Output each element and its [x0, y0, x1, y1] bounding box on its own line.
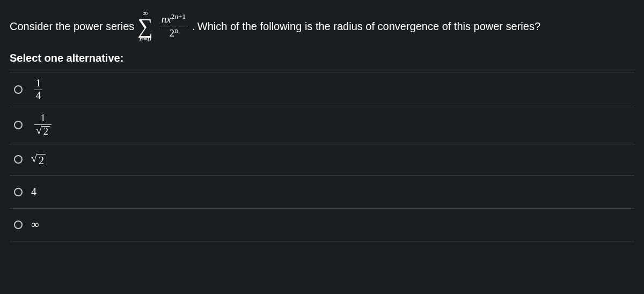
- option-4[interactable]: 4: [10, 176, 634, 209]
- option-label: 1 4: [31, 78, 46, 101]
- radical-icon: √: [31, 153, 37, 164]
- select-prompt: Select one alternative:: [10, 52, 634, 64]
- radio-icon: [14, 155, 23, 164]
- option-label: ∞: [31, 218, 39, 231]
- question-lead: Consider the power series: [10, 20, 134, 33]
- period: .: [192, 20, 195, 33]
- radio-icon: [14, 220, 23, 229]
- option-label: 4: [31, 186, 36, 198]
- sqrt: √ 2: [31, 153, 46, 166]
- question-text: Consider the power series ∞ ∑ n=0 nx2n+1…: [10, 10, 634, 42]
- option-label: √ 2: [31, 152, 46, 166]
- sum-lower-limit: n=0: [140, 35, 151, 42]
- options-list: 1 4 1 √ 2: [10, 72, 634, 241]
- question-container: Consider the power series ∞ ∑ n=0 nx2n+1…: [0, 0, 644, 241]
- option-infinity[interactable]: ∞: [10, 209, 634, 241]
- fraction: 1 4: [34, 78, 42, 101]
- series-term-fraction: nx2n+1 2n: [159, 12, 188, 40]
- option-1-quarter[interactable]: 1 4: [10, 72, 634, 107]
- radical-icon: √: [36, 125, 42, 136]
- sigma-icon: ∑: [137, 17, 153, 35]
- option-1-over-sqrt2[interactable]: 1 √ 2: [10, 107, 634, 143]
- radio-icon: [14, 121, 23, 129]
- sqrt: √ 2: [36, 125, 50, 137]
- question-tail: Which of the following is the radius of …: [197, 20, 540, 33]
- fraction-denominator: 2n: [167, 26, 180, 40]
- fraction: 1 √ 2: [34, 113, 52, 137]
- option-label: 1 √ 2: [31, 113, 55, 137]
- summation-symbol: ∞ ∑ n=0: [137, 10, 153, 42]
- option-sqrt2[interactable]: √ 2: [10, 143, 634, 176]
- fraction-numerator: nx2n+1: [159, 12, 188, 26]
- radio-icon: [14, 188, 23, 196]
- radio-icon: [14, 85, 23, 94]
